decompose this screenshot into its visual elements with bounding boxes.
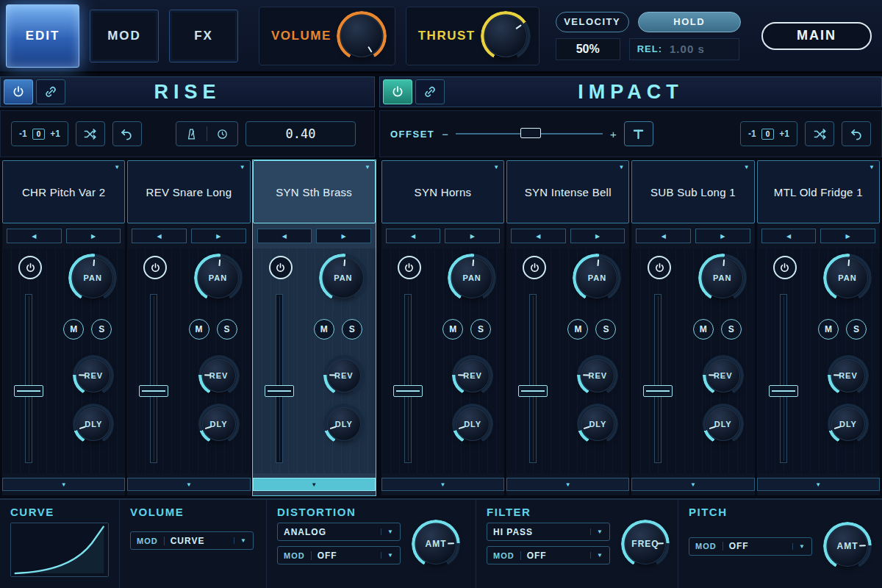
- delay-knob[interactable]: DLY: [706, 407, 740, 441]
- velocity-button[interactable]: VELOCITY: [556, 12, 629, 32]
- strip-expand-button[interactable]: ▼: [506, 478, 629, 491]
- volume-mod-dropdown[interactable]: MOD CURVE ▼: [130, 531, 254, 550]
- metronome-icon[interactable]: [185, 128, 198, 140]
- delay-knob[interactable]: DLY: [76, 407, 110, 441]
- fader-handle[interactable]: [393, 385, 423, 397]
- tab-edit[interactable]: EDIT: [6, 4, 79, 68]
- pan-knob[interactable]: PAN: [827, 257, 868, 298]
- sample-selector[interactable]: ▼ SYN Horns: [381, 160, 504, 223]
- solo-button[interactable]: S: [91, 319, 112, 340]
- channel-fader[interactable]: [526, 294, 540, 463]
- strip-expand-button[interactable]: ▼: [2, 478, 125, 491]
- impact-link-button[interactable]: [415, 79, 445, 104]
- reverb-knob[interactable]: REV: [327, 359, 361, 392]
- distortion-mod-dropdown[interactable]: MOD OFF ▼: [277, 546, 401, 564]
- impact-undo-button[interactable]: [842, 121, 871, 146]
- reverb-knob[interactable]: REV: [706, 359, 740, 392]
- sample-selector[interactable]: ▼ SUB Sub Long 1: [631, 160, 754, 223]
- channel-fader[interactable]: [776, 294, 791, 463]
- prev-sample-button[interactable]: ◀: [386, 229, 441, 243]
- reverb-knob[interactable]: REV: [76, 359, 110, 392]
- fader-handle[interactable]: [265, 385, 294, 397]
- rise-semitone-stepper[interactable]: -1 0 +1: [11, 121, 68, 146]
- next-sample-button[interactable]: ▶: [316, 229, 371, 243]
- next-sample-button[interactable]: ▶: [570, 229, 625, 243]
- next-sample-button[interactable]: ▶: [820, 229, 875, 243]
- mute-button[interactable]: M: [63, 319, 84, 340]
- fader-handle[interactable]: [769, 385, 798, 397]
- solo-button[interactable]: S: [470, 319, 491, 340]
- mute-button[interactable]: M: [314, 319, 334, 340]
- delay-knob[interactable]: DLY: [202, 407, 236, 441]
- filter-mod-dropdown[interactable]: MOD OFF ▼: [487, 546, 610, 564]
- channel-fader[interactable]: [272, 294, 287, 463]
- hold-button[interactable]: HOLD: [638, 12, 741, 32]
- channel-power-button[interactable]: [648, 256, 671, 279]
- prev-sample-button[interactable]: ◀: [7, 229, 62, 243]
- delay-knob[interactable]: DLY: [581, 407, 614, 441]
- offset-minus[interactable]: −: [442, 128, 448, 140]
- strip-expand-button[interactable]: ▼: [253, 478, 376, 491]
- offset-slider-handle[interactable]: [520, 128, 541, 138]
- solo-button[interactable]: S: [342, 319, 362, 340]
- stepper-zero[interactable]: 0: [761, 129, 775, 140]
- reverb-knob[interactable]: REV: [831, 359, 865, 392]
- pan-knob[interactable]: PAN: [451, 257, 492, 298]
- impact-power-button[interactable]: [383, 79, 412, 104]
- tab-mod[interactable]: MOD: [90, 10, 159, 62]
- fader-handle[interactable]: [518, 385, 548, 397]
- prev-sample-button[interactable]: ◀: [511, 229, 566, 243]
- pan-knob[interactable]: PAN: [72, 257, 113, 298]
- stepper-plus[interactable]: +1: [779, 129, 789, 139]
- next-sample-button[interactable]: ▶: [695, 229, 750, 243]
- sample-selector[interactable]: ▼ MTL Old Fridge 1: [757, 160, 880, 223]
- mute-button[interactable]: M: [693, 319, 714, 340]
- mute-button[interactable]: M: [189, 319, 209, 340]
- release-field[interactable]: REL: 1.00 s: [629, 38, 739, 60]
- channel-power-button[interactable]: [773, 256, 797, 279]
- next-sample-button[interactable]: ▶: [445, 229, 500, 243]
- next-sample-button[interactable]: ▶: [191, 229, 246, 243]
- pan-knob[interactable]: PAN: [702, 257, 743, 298]
- pan-knob[interactable]: PAN: [198, 257, 239, 298]
- channel-power-button[interactable]: [523, 256, 546, 279]
- pan-knob[interactable]: PAN: [323, 257, 364, 298]
- delay-knob[interactable]: DLY: [456, 407, 490, 441]
- fader-handle[interactable]: [643, 385, 673, 397]
- clock-icon[interactable]: [216, 128, 229, 140]
- stepper-minus[interactable]: -1: [748, 129, 756, 139]
- velocity-value[interactable]: 50%: [556, 38, 620, 60]
- fader-handle[interactable]: [139, 385, 168, 397]
- channel-fader[interactable]: [146, 294, 161, 463]
- impact-shuffle-button[interactable]: [805, 121, 834, 146]
- prev-sample-button[interactable]: ◀: [761, 229, 817, 243]
- channel-fader[interactable]: [21, 294, 36, 463]
- reverb-knob[interactable]: REV: [581, 359, 614, 392]
- strip-expand-button[interactable]: ▼: [381, 478, 504, 491]
- pitch-amount-knob[interactable]: AMT: [827, 526, 868, 567]
- stepper-zero[interactable]: 0: [32, 129, 46, 140]
- offset-slider[interactable]: [456, 133, 603, 135]
- rise-time-value[interactable]: 0.40: [245, 121, 356, 146]
- impact-trigger-button[interactable]: [624, 121, 653, 146]
- stepper-minus[interactable]: -1: [19, 129, 27, 139]
- channel-fader[interactable]: [401, 294, 415, 463]
- impact-semitone-stepper[interactable]: -1 0 +1: [740, 121, 797, 146]
- mute-button[interactable]: M: [818, 319, 839, 340]
- offset-plus[interactable]: +: [610, 128, 617, 140]
- rise-shuffle-button[interactable]: [76, 121, 105, 146]
- pitch-mod-dropdown[interactable]: MOD OFF ▼: [689, 537, 812, 556]
- distortion-type-dropdown[interactable]: ANALOG ▼: [277, 523, 401, 541]
- sample-selector[interactable]: ▼ SYN Intense Bell: [506, 160, 629, 223]
- rise-power-button[interactable]: [4, 79, 33, 104]
- solo-button[interactable]: S: [595, 319, 616, 340]
- rise-undo-button[interactable]: [112, 121, 142, 146]
- solo-button[interactable]: S: [721, 319, 742, 340]
- curve-graph[interactable]: [10, 523, 109, 577]
- prev-sample-button[interactable]: ◀: [132, 229, 187, 243]
- delay-knob[interactable]: DLY: [327, 407, 361, 441]
- channel-fader[interactable]: [650, 294, 665, 463]
- next-sample-button[interactable]: ▶: [66, 229, 121, 243]
- sample-selector[interactable]: ▼ SYN Sth Brass: [253, 160, 376, 223]
- main-button[interactable]: MAIN: [761, 22, 872, 50]
